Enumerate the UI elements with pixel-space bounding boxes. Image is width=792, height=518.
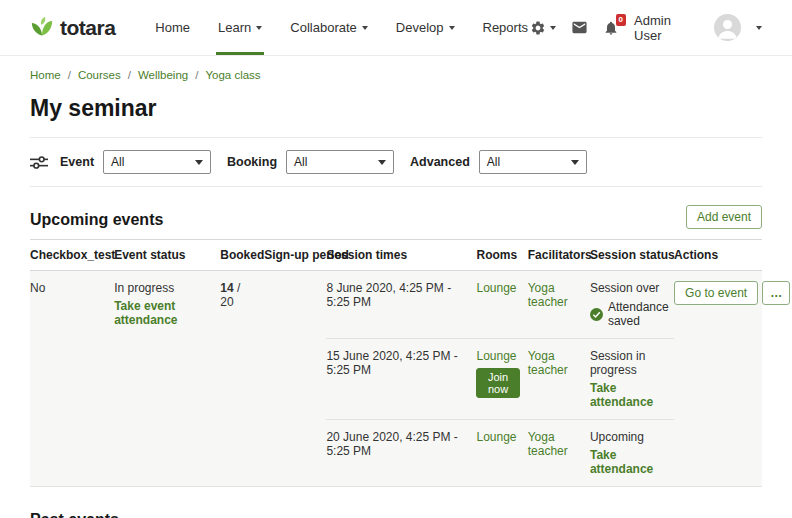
user-avatar-icon	[714, 14, 741, 41]
past-events-title: Past events	[30, 511, 762, 518]
more-actions-button[interactable]: …	[762, 281, 790, 305]
cell-room: Lounge	[476, 271, 527, 339]
breadcrumb-separator: /	[128, 69, 131, 81]
advanced-filter-select[interactable]: All	[479, 150, 587, 174]
attendance-saved-line: Attendance saved	[590, 300, 666, 328]
settings-menu-button[interactable]	[530, 20, 556, 36]
room-link[interactable]: Lounge	[476, 349, 516, 363]
facilitator-link[interactable]: Yoga teacher	[528, 349, 568, 377]
breadcrumb-separator: /	[195, 69, 198, 81]
nav-learn-label: Learn	[218, 20, 251, 35]
col-booked: Booked	[220, 240, 264, 271]
select-value: All	[294, 155, 307, 169]
brand-name: totara	[60, 16, 115, 40]
attendance-saved-text: Attendance saved	[608, 300, 669, 328]
user-menu-chevron-icon[interactable]	[756, 26, 762, 30]
avatar[interactable]	[714, 14, 741, 41]
nav-develop-label: Develop	[396, 20, 444, 35]
booked-count: 14	[220, 281, 233, 295]
nav-reports[interactable]: Reports	[481, 0, 531, 55]
cell-room: Lounge Join now	[476, 339, 527, 420]
facilitator-link[interactable]: Yoga teacher	[528, 281, 568, 309]
room-link[interactable]: Lounge	[476, 430, 516, 444]
user-name: Admin User	[634, 13, 699, 43]
col-session-status: Session status	[590, 240, 674, 271]
select-value: All	[111, 155, 124, 169]
col-facilitators: Facilitators	[528, 240, 590, 271]
messages-button[interactable]	[571, 19, 588, 36]
chevron-down-icon	[256, 26, 262, 30]
cell-session-status: Session in progress Take attendance	[590, 339, 674, 420]
cell-facilitator: Yoga teacher	[528, 420, 590, 487]
nav-reports-label: Reports	[483, 20, 529, 35]
col-checkbox-test: Checkbox_test	[30, 240, 114, 271]
nav-collaborate-label: Collaborate	[290, 20, 357, 35]
cell-room: Lounge	[476, 420, 527, 487]
chevron-down-icon	[378, 160, 386, 165]
cell-event-status: In progress Take event attendance	[114, 271, 220, 487]
topbar-right: 0 Admin User	[530, 0, 762, 55]
notifications-button[interactable]: 0	[603, 20, 619, 36]
cell-session-time: 20 June 2020, 4:25 PM - 5:25 PM	[326, 420, 476, 487]
booking-filter-group: Booking All	[227, 150, 394, 174]
chevron-down-icon	[195, 160, 203, 165]
page-content: Home / Courses / Wellbeing / Yoga class …	[0, 69, 792, 518]
cell-facilitator: Yoga teacher	[528, 339, 590, 420]
col-session-times: Session times	[326, 240, 476, 271]
col-signup-period: Sign-up period	[264, 240, 326, 271]
gear-icon	[530, 20, 546, 36]
chevron-down-icon	[362, 26, 368, 30]
session-status-text: Upcoming	[590, 430, 666, 444]
breadcrumb-link-wellbeing[interactable]: Wellbeing	[138, 69, 188, 81]
nav-home[interactable]: Home	[153, 0, 192, 55]
envelope-icon	[571, 19, 588, 36]
booking-filter-select[interactable]: All	[286, 150, 394, 174]
session-status-text: Session over	[590, 281, 666, 295]
nav-home-label: Home	[155, 20, 190, 35]
cell-session-status: Session over Attendance saved	[590, 271, 674, 339]
breadcrumb-link-yoga-class[interactable]: Yoga class	[205, 69, 260, 81]
cell-session-status: Upcoming Take attendance	[590, 420, 674, 487]
event-filter-label: Event	[60, 155, 94, 169]
take-event-attendance-link[interactable]: Take event attendance	[114, 299, 212, 327]
event-status-text: In progress	[114, 281, 212, 295]
add-event-button[interactable]: Add event	[686, 205, 762, 229]
notification-count-badge: 0	[616, 14, 626, 26]
chevron-down-icon	[449, 26, 455, 30]
nav-learn[interactable]: Learn	[216, 0, 264, 55]
join-now-button[interactable]: Join now	[476, 368, 519, 398]
chevron-down-icon	[550, 26, 556, 30]
filter-sliders-icon	[30, 155, 48, 170]
take-attendance-link[interactable]: Take attendance	[590, 381, 666, 409]
upcoming-header-row: Checkbox_test Event status Booked Sign-u…	[30, 240, 762, 271]
col-event-status: Event status	[114, 240, 220, 271]
totara-logo[interactable]: totara	[30, 0, 115, 55]
nav-collaborate[interactable]: Collaborate	[288, 0, 370, 55]
cell-session-time: 15 June 2020, 4:25 PM - 5:25 PM	[326, 339, 476, 420]
top-navigation-bar: totara Home Learn Collaborate Develop Re…	[0, 0, 792, 56]
take-attendance-link[interactable]: Take attendance	[590, 448, 666, 476]
cell-session-time: 8 June 2020, 4:25 PM - 5:25 PM	[326, 271, 476, 339]
table-row: No In progress Take event attendance 14 …	[30, 271, 762, 339]
cell-booked: 14 / 20	[220, 271, 264, 487]
breadcrumb-link-courses[interactable]: Courses	[78, 69, 121, 81]
chevron-down-icon	[571, 160, 579, 165]
select-value: All	[487, 155, 500, 169]
breadcrumb: Home / Courses / Wellbeing / Yoga class	[30, 69, 762, 81]
cell-actions: Go to event …	[674, 271, 762, 487]
event-filter-select[interactable]: All	[103, 150, 211, 174]
filter-bar: Event All Booking All Advanced All	[30, 137, 762, 187]
booking-filter-label: Booking	[227, 155, 277, 169]
totara-leaf-icon	[30, 16, 54, 40]
go-to-event-button[interactable]: Go to event	[674, 281, 758, 305]
upcoming-events-header: Upcoming events Add event	[30, 205, 762, 229]
facilitator-link[interactable]: Yoga teacher	[528, 430, 568, 458]
breadcrumb-link-home[interactable]: Home	[30, 69, 61, 81]
upcoming-events-table: Checkbox_test Event status Booked Sign-u…	[30, 239, 762, 487]
check-circle-icon	[590, 308, 603, 321]
event-filter-group: Event All	[60, 150, 211, 174]
nav-develop[interactable]: Develop	[394, 0, 457, 55]
breadcrumb-separator: /	[68, 69, 71, 81]
advanced-filter-group: Advanced All	[410, 150, 587, 174]
room-link[interactable]: Lounge	[476, 281, 516, 295]
